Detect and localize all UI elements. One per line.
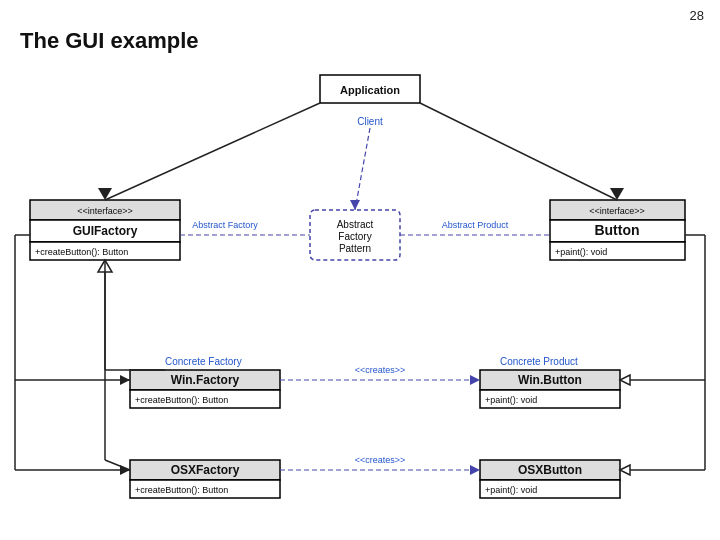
win-factory-name: Win.Factory	[171, 373, 240, 387]
right-to-winbutton-arrow	[620, 375, 630, 385]
left-to-winfactory-arrow	[120, 375, 130, 385]
diagram-area: Application Client <<interface>> GUIFact…	[10, 70, 710, 530]
osx-button-name: OSXButton	[518, 463, 582, 477]
concrete-product-label: Concrete Product	[500, 356, 578, 367]
button-method: +paint(): void	[555, 247, 607, 257]
win-button-method: +paint(): void	[485, 395, 537, 405]
slide-title: The GUI example	[20, 28, 199, 54]
win-button-name: Win.Button	[518, 373, 582, 387]
gui-factory-method: +createButton(): Button	[35, 247, 128, 257]
concrete-factory-label: Concrete Factory	[165, 356, 242, 367]
osx-button-method: +paint(): void	[485, 485, 537, 495]
creates1-label: <<creates>>	[355, 365, 406, 375]
client-label: Client	[357, 116, 383, 127]
gui-factory-name: GUIFactory	[73, 224, 138, 238]
left-to-osxfactory-arrow	[120, 465, 130, 475]
button-stereotype: <<interface>>	[589, 206, 645, 216]
slide-number: 28	[690, 8, 704, 23]
abstract-factory-text: Abstract Factory	[192, 220, 258, 230]
client-to-afp-line	[355, 128, 370, 210]
osxfactory-creates-osxbutton-arrow	[470, 465, 480, 475]
win-factory-method: +createButton(): Button	[135, 395, 228, 405]
osx-factory-name: OSXFactory	[171, 463, 240, 477]
gui-factory-stereotype: <<interface>>	[77, 206, 133, 216]
app-to-button-line	[420, 103, 617, 200]
afp-label3: Pattern	[339, 243, 371, 254]
afp-label2: Factory	[338, 231, 371, 242]
application-label: Application	[340, 84, 400, 96]
winfactory-creates-winbutton-arrow	[470, 375, 480, 385]
afp-label1: Abstract	[337, 219, 374, 230]
button-name: Button	[594, 222, 639, 238]
right-to-osxbutton-arrow	[620, 465, 630, 475]
client-to-afp-arrow	[350, 200, 360, 210]
abstract-product-text: Abstract Product	[442, 220, 509, 230]
app-to-guifactory-line	[105, 103, 320, 200]
osx-factory-method: +createButton(): Button	[135, 485, 228, 495]
creates2-label: <<creates>>	[355, 455, 406, 465]
